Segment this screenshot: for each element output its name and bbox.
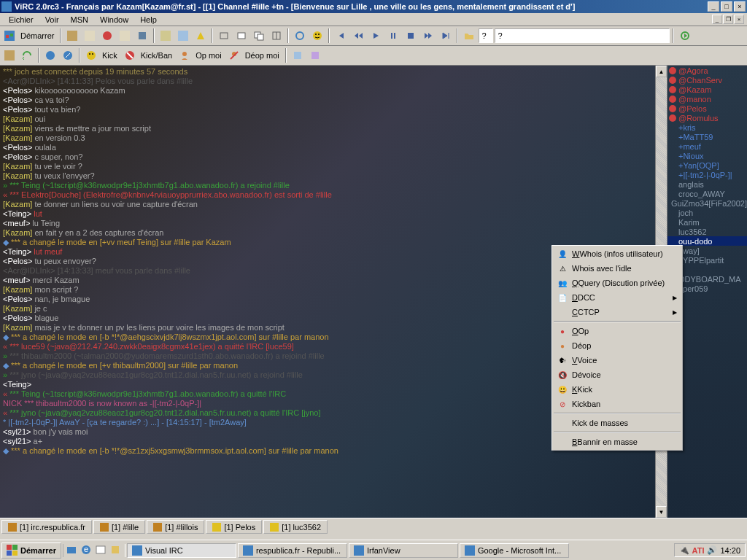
scroll-down-button[interactable]: ▼ — [656, 506, 667, 518]
go-icon[interactable] — [677, 28, 693, 44]
user-item[interactable]: +Yan[OQP] — [667, 160, 747, 170]
channel-tab[interactable]: [1] Pelos — [206, 520, 262, 534]
user-item[interactable]: anglais — [667, 179, 747, 189]
tool-2-icon[interactable] — [82, 28, 98, 44]
menu-view[interactable]: Voir — [39, 15, 65, 25]
folder-icon[interactable] — [461, 28, 477, 44]
user-item[interactable]: luc3562 — [667, 227, 747, 236]
user-item[interactable]: @Agora — [667, 66, 747, 75]
tray-2-icon[interactable]: ATI — [692, 546, 705, 555]
media-rewind-icon[interactable] — [350, 28, 366, 44]
ql-3-icon[interactable] — [95, 544, 108, 557]
maximize-button[interactable]: □ — [721, 1, 732, 12]
user-item[interactable]: +meuf — [667, 141, 747, 151]
ctx-whois-idle[interactable]: ⚠Whois avec l'idle — [553, 261, 681, 276]
tool-8-icon[interactable] — [193, 28, 209, 44]
user-item[interactable]: @Kazam — [667, 85, 747, 94]
tool-7-icon[interactable] — [175, 28, 191, 44]
ctx-whois[interactable]: 👤WWhois (infos utilisateur) — [553, 246, 681, 261]
start-button[interactable]: Démarrer — [1, 542, 61, 559]
task-button[interactable]: IrfanView — [349, 543, 458, 558]
user-item[interactable]: @manon — [667, 94, 747, 104]
deopmoi-icon[interactable] — [226, 47, 242, 63]
scroll-up-button[interactable]: ▲ — [656, 66, 667, 77]
kick-icon[interactable] — [83, 47, 99, 63]
menu-msn[interactable]: MSN — [65, 15, 94, 25]
mdi-restore-button[interactable]: ❐ — [723, 15, 733, 24]
kickban-icon[interactable] — [122, 47, 138, 63]
op-tool-2-icon[interactable] — [19, 47, 35, 63]
tool-10-icon[interactable] — [233, 28, 249, 44]
media-prev-icon[interactable] — [333, 28, 349, 44]
channel-tab[interactable]: [1] irc.respublica.fr — [1, 520, 92, 534]
minimize-button[interactable]: _ — [708, 1, 719, 12]
user-item[interactable]: Karim — [667, 217, 747, 227]
channel-tab[interactable]: [1] #lille — [93, 520, 145, 534]
op-tool-1-icon[interactable] — [1, 47, 18, 63]
op-tool-extra-2-icon[interactable] — [307, 47, 323, 63]
opmoi-button[interactable]: Op moi — [194, 51, 224, 60]
tool-1-icon[interactable] — [64, 28, 80, 44]
task-button[interactable]: respublica.fr - Republi... — [238, 543, 347, 558]
ctx-ban-masse[interactable]: BBannir en masse — [553, 435, 681, 449]
mdi-close-button[interactable]: × — [734, 15, 744, 24]
ql-1-icon[interactable] — [66, 544, 79, 557]
media-pause-icon[interactable] — [385, 28, 401, 44]
ctx-devoice[interactable]: 🔇Dévoice — [553, 368, 681, 382]
media-play-icon[interactable] — [368, 28, 384, 44]
media-next-icon[interactable] — [438, 28, 454, 44]
channel-tab[interactable]: [1] #lillois — [147, 520, 204, 534]
tray-1-icon[interactable]: 🔌 — [679, 545, 689, 555]
user-item[interactable]: GuiZmo34[FiFa2002] — [667, 198, 747, 208]
tool-12-icon[interactable] — [268, 28, 285, 44]
user-item[interactable]: joch — [667, 208, 747, 217]
input-large-1[interactable] — [495, 28, 670, 43]
logo-icon[interactable] — [1, 28, 18, 44]
menu-file[interactable]: Eichier — [3, 15, 39, 25]
ql-2-icon[interactable]: e — [80, 544, 93, 557]
tool-13-icon[interactable] — [292, 28, 308, 44]
ctx-deop[interactable]: ●Déop — [553, 338, 681, 353]
media-fwd-icon[interactable] — [420, 28, 436, 44]
user-item[interactable]: +|[-tm2-|-0qP-]| — [667, 170, 747, 179]
task-button[interactable]: Google - Microsoft Int... — [460, 543, 569, 558]
mdi-minimize-button[interactable]: _ — [712, 15, 722, 24]
opmoi-icon[interactable] — [177, 47, 193, 63]
op-tool-extra-1-icon[interactable] — [290, 47, 306, 63]
tool-9-icon[interactable] — [216, 28, 232, 44]
user-item[interactable]: @Romulus — [667, 113, 747, 122]
kickban-button[interactable]: Kick/Ban — [139, 51, 175, 60]
deopmoi-button[interactable]: Déop moi — [244, 51, 282, 60]
user-item[interactable]: @Pelos — [667, 104, 747, 113]
channel-tab[interactable]: [1] luc3562 — [263, 520, 328, 534]
demarrer-button[interactable]: Démarrer — [19, 31, 57, 40]
media-stop-icon[interactable] — [403, 28, 419, 44]
smiley-icon[interactable] — [309, 28, 325, 44]
ctx-query[interactable]: 👥QQuery (Discution privée) — [553, 276, 681, 290]
ctx-dcc[interactable]: 📄DDCC▶ — [553, 290, 681, 305]
ctx-op[interactable]: ●OOp — [553, 324, 681, 338]
close-button[interactable]: × — [734, 1, 746, 12]
tool-3-icon[interactable] — [99, 28, 115, 44]
task-button[interactable]: Visual IRC — [127, 543, 236, 558]
input-small-1[interactable] — [479, 28, 493, 43]
tool-11-icon[interactable] — [251, 28, 267, 44]
tool-6-icon[interactable] — [158, 28, 174, 44]
tray-3-icon[interactable]: 🔊 — [707, 545, 717, 555]
user-item[interactable]: +Nioux — [667, 151, 747, 160]
menu-window[interactable]: Window — [94, 15, 134, 25]
op-tool-4-icon[interactable] — [60, 47, 76, 63]
user-item[interactable]: croco_AWAY — [667, 189, 747, 198]
user-item[interactable]: @ChanServ — [667, 75, 747, 85]
ctx-ctcp[interactable]: CCTCP▶ — [553, 305, 681, 319]
user-item[interactable]: +kris — [667, 122, 747, 132]
op-tool-3-icon[interactable] — [42, 47, 58, 63]
user-item[interactable]: +MaTT59 — [667, 132, 747, 141]
ctx-kick[interactable]: 😃KKick — [553, 382, 681, 397]
tool-5-icon[interactable] — [134, 28, 150, 44]
ql-4-icon[interactable] — [109, 544, 123, 557]
menu-help[interactable]: Help — [134, 15, 163, 25]
tool-4-icon[interactable] — [117, 28, 133, 44]
ctx-kickban[interactable]: ⊘Kickban — [553, 397, 681, 411]
kick-button[interactable]: Kick — [101, 51, 120, 60]
